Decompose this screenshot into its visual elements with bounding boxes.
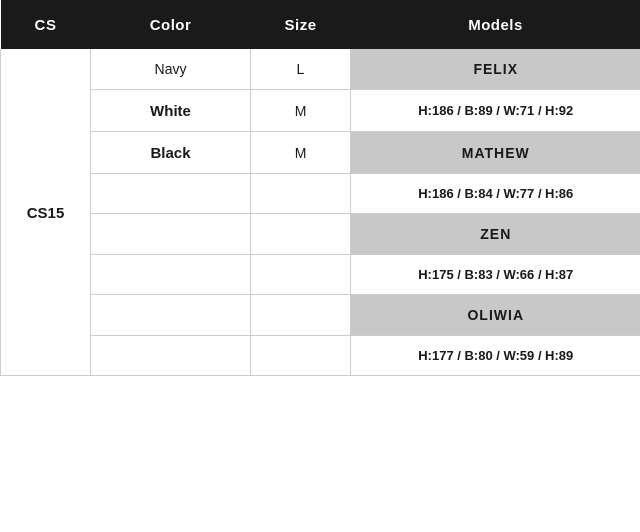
color-cell: Navy [91, 49, 251, 90]
color-cell: Black [91, 132, 251, 174]
table-row: OLIWIA [1, 295, 641, 336]
table-row: H:175 / B:83 / W:66 / H:87 [1, 255, 641, 295]
model-cell: FELIX [351, 49, 641, 90]
size-cell [251, 174, 351, 214]
size-cell [251, 295, 351, 336]
size-cell [251, 214, 351, 255]
model-cell: H:186 / B:84 / W:77 / H:86 [351, 174, 641, 214]
table-row: WhiteMH:186 / B:89 / W:71 / H:92 [1, 90, 641, 132]
model-cell: H:175 / B:83 / W:66 / H:87 [351, 255, 641, 295]
model-cell: H:177 / B:80 / W:59 / H:89 [351, 336, 641, 376]
header-cs: CS [1, 0, 91, 49]
model-cell: OLIWIA [351, 295, 641, 336]
header-size: Size [251, 0, 351, 49]
table-header-row: CS Color Size Models [1, 0, 641, 49]
cs-cell: CS15 [1, 49, 91, 376]
model-cell: H:186 / B:89 / W:71 / H:92 [351, 90, 641, 132]
color-cell [91, 336, 251, 376]
model-cell: ZEN [351, 214, 641, 255]
table-row: CS15NavyLFELIX [1, 49, 641, 90]
table-row: H:186 / B:84 / W:77 / H:86 [1, 174, 641, 214]
size-cell: M [251, 132, 351, 174]
main-container: CS Color Size Models CS15NavyLFELIXWhite… [0, 0, 640, 532]
color-cell [91, 214, 251, 255]
product-table: CS Color Size Models CS15NavyLFELIXWhite… [0, 0, 640, 376]
color-cell [91, 255, 251, 295]
size-cell: L [251, 49, 351, 90]
size-cell [251, 336, 351, 376]
table-row: H:177 / B:80 / W:59 / H:89 [1, 336, 641, 376]
color-cell [91, 295, 251, 336]
model-cell: MATHEW [351, 132, 641, 174]
header-models: Models [351, 0, 641, 49]
size-cell: M [251, 90, 351, 132]
table-row: BlackMMATHEW [1, 132, 641, 174]
color-cell [91, 174, 251, 214]
header-color: Color [91, 0, 251, 49]
color-cell: White [91, 90, 251, 132]
size-cell [251, 255, 351, 295]
table-row: ZEN [1, 214, 641, 255]
